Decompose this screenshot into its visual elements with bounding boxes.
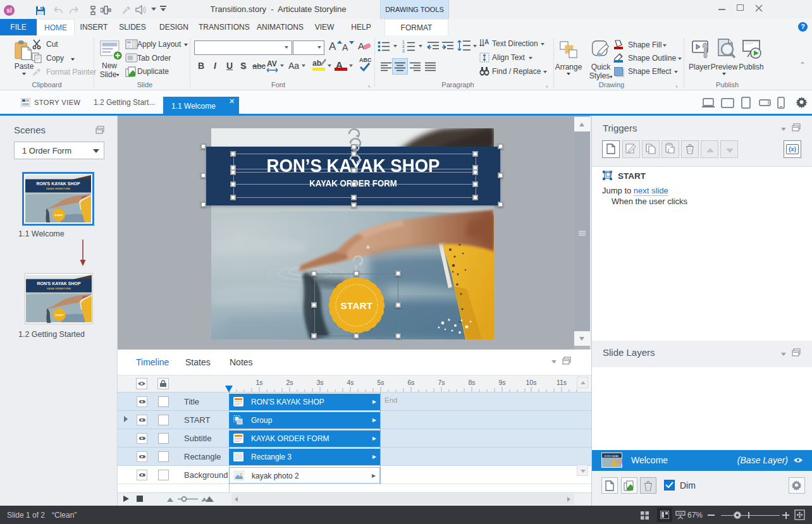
svg-text:START: START bbox=[55, 314, 64, 317]
svg-text:4s: 4s bbox=[347, 379, 354, 386]
svg-text:8s: 8s bbox=[468, 379, 475, 386]
svg-text:RON'S KAYAK: RON'S KAYAK bbox=[605, 455, 620, 458]
svg-text:9s: 9s bbox=[498, 379, 505, 386]
svg-text:START: START bbox=[341, 300, 373, 311]
svg-text:11s: 11s bbox=[557, 379, 567, 386]
svg-text:10s: 10s bbox=[526, 379, 537, 386]
svg-text:KAYAK ORDER FORM: KAYAK ORDER FORM bbox=[46, 188, 70, 190]
svg-text:1s: 1s bbox=[255, 379, 262, 386]
svg-text:RON'S KAYAK SHOP: RON'S KAYAK SHOP bbox=[36, 181, 80, 186]
svg-text:6s: 6s bbox=[407, 379, 414, 386]
svg-text:2s: 2s bbox=[286, 379, 293, 386]
svg-text:A: A bbox=[484, 39, 489, 46]
svg-text:KAYAK ORDER FORM: KAYAK ORDER FORM bbox=[47, 288, 71, 290]
svg-text:5s: 5s bbox=[377, 379, 384, 386]
svg-text:RON'S KAYAK SHOP: RON'S KAYAK SHOP bbox=[37, 281, 81, 286]
svg-text:START: START bbox=[54, 214, 63, 217]
svg-text:7s: 7s bbox=[438, 379, 445, 386]
svg-text:3s: 3s bbox=[316, 379, 323, 386]
